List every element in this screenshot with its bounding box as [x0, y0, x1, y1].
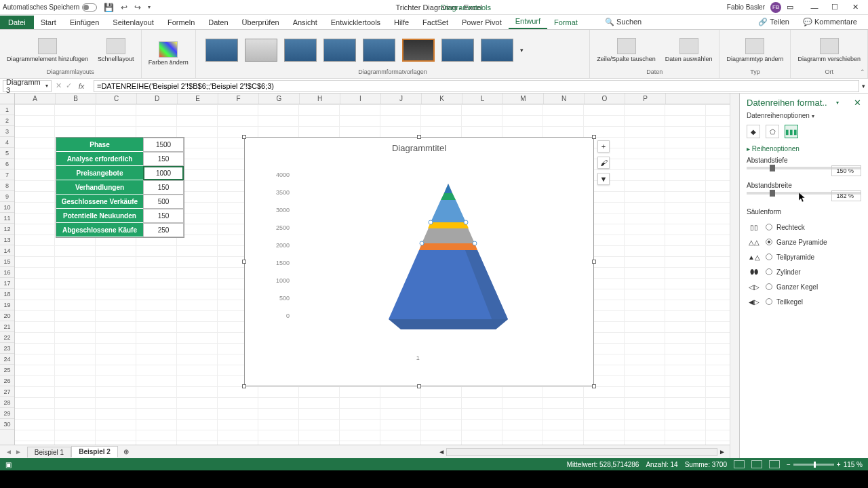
- chart-elements-button[interactable]: +: [597, 140, 610, 152]
- chart-title[interactable]: Diagrammtitel: [245, 138, 593, 159]
- resize-handle[interactable]: [242, 135, 246, 139]
- accept-formula-icon[interactable]: ✓: [66, 81, 72, 90]
- row-header[interactable]: 10: [0, 202, 14, 213]
- horizontal-scrollbar[interactable]: [446, 448, 717, 456]
- close-button[interactable]: ✕: [845, 1, 865, 14]
- zoom-level[interactable]: 115 %: [844, 461, 863, 468]
- zoom-out-icon[interactable]: −: [787, 461, 791, 468]
- radio-icon[interactable]: [766, 224, 772, 230]
- name-box[interactable]: Diagramm 3▾: [3, 80, 52, 92]
- page-break-view-icon[interactable]: [769, 460, 780, 468]
- sheet-nav-next-icon[interactable]: ►: [15, 448, 22, 455]
- resize-handle[interactable]: [592, 384, 596, 388]
- comments-button[interactable]: 💬 Kommentare: [797, 15, 863, 29]
- save-icon[interactable]: 💾: [104, 3, 114, 12]
- change-colors-button[interactable]: Farben ändern: [146, 40, 191, 67]
- table-row[interactable]: Potentielle Neukunden150: [56, 209, 184, 223]
- column-headers[interactable]: A B C D E F G H I J K L M N O P: [0, 94, 730, 104]
- shape-option[interactable]: ◀▷Teilkegel: [747, 296, 861, 308]
- data-table[interactable]: Phase1500Analyse erforderlich150Preisang…: [56, 137, 184, 238]
- col-E[interactable]: E: [178, 94, 218, 104]
- search-button[interactable]: 🔍 Suchen: [598, 15, 648, 29]
- select-all-corner[interactable]: [0, 94, 15, 104]
- resize-handle[interactable]: [417, 384, 421, 388]
- col-F[interactable]: F: [218, 94, 259, 104]
- sheet-tab[interactable]: Beispiel 2: [71, 446, 118, 458]
- collapse-ribbon-icon[interactable]: ⌃: [860, 68, 865, 75]
- record-macro-icon[interactable]: ▣: [5, 461, 12, 468]
- col-B[interactable]: B: [56, 94, 96, 104]
- row-header[interactable]: 5: [0, 148, 14, 159]
- fx-icon[interactable]: fx: [76, 82, 87, 90]
- tab-developer[interactable]: Entwicklertools: [324, 16, 387, 29]
- page-layout-view-icon[interactable]: [751, 460, 762, 468]
- user-avatar[interactable]: FB: [770, 2, 781, 13]
- table-value-cell[interactable]: 150: [143, 180, 184, 195]
- row-header[interactable]: 16: [0, 267, 14, 278]
- gap-depth-input[interactable]: 150 %: [831, 165, 861, 176]
- row-header[interactable]: 29: [0, 408, 14, 419]
- radio-icon[interactable]: [766, 268, 772, 275]
- row-header[interactable]: 25: [0, 365, 14, 375]
- chart-styles-button[interactable]: 🖌: [597, 157, 610, 169]
- tab-view[interactable]: Ansicht: [286, 16, 324, 29]
- shape-option[interactable]: ⬮⬮Zylinder: [747, 266, 861, 278]
- row-header[interactable]: 8: [0, 180, 14, 191]
- chart-style-4[interactable]: [323, 39, 356, 62]
- tab-data[interactable]: Daten: [201, 16, 235, 29]
- col-K[interactable]: K: [422, 94, 462, 104]
- table-row[interactable]: Preisangebote1000: [56, 166, 184, 180]
- table-row[interactable]: Geschlossene Verkäufe500: [56, 195, 184, 209]
- vertical-scrollbar[interactable]: [730, 94, 739, 458]
- table-value-cell[interactable]: 250: [143, 223, 184, 237]
- row-header[interactable]: 9: [0, 191, 14, 202]
- tab-start[interactable]: Start: [34, 16, 63, 29]
- table-label-cell[interactable]: Geschlossene Verkäufe: [56, 195, 143, 209]
- row-header[interactable]: 22: [0, 332, 14, 343]
- new-sheet-button[interactable]: ⊕: [118, 448, 134, 455]
- resize-handle[interactable]: [242, 260, 246, 264]
- row-header[interactable]: 30: [0, 419, 14, 430]
- col-N[interactable]: N: [544, 94, 585, 104]
- col-G[interactable]: G: [259, 94, 300, 104]
- row-header[interactable]: 15: [0, 256, 14, 267]
- row-header[interactable]: 28: [0, 397, 14, 408]
- row-header[interactable]: 6: [0, 159, 14, 169]
- row-header[interactable]: 27: [0, 386, 14, 397]
- radio-icon[interactable]: [766, 298, 772, 305]
- shape-option[interactable]: △△Ganze Pyramide: [747, 236, 861, 248]
- table-label-cell[interactable]: Potentielle Neukunden: [56, 209, 143, 223]
- zoom-slider[interactable]: [793, 464, 834, 466]
- col-J[interactable]: J: [381, 94, 422, 104]
- row-header[interactable]: 26: [0, 375, 14, 386]
- quick-layout-button[interactable]: Schnelllayout: [95, 37, 137, 64]
- gap-width-input[interactable]: 182 %: [831, 190, 861, 201]
- resize-handle[interactable]: [242, 384, 246, 388]
- chart-style-5[interactable]: [363, 39, 395, 62]
- table-label-cell[interactable]: Abgeschlossene Käufe: [56, 223, 143, 237]
- add-chart-element-button[interactable]: Diagrammelement hinzufügen: [4, 37, 91, 64]
- col-O[interactable]: O: [585, 94, 625, 104]
- pane-subtitle[interactable]: Datenreihenoptionen: [747, 112, 810, 119]
- shape-option[interactable]: ◁▷Ganzer Kegel: [747, 281, 861, 293]
- table-value-cell[interactable]: 1500: [143, 138, 184, 152]
- sheet-nav-prev-icon[interactable]: ◄: [5, 448, 12, 455]
- hscroll-left-icon[interactable]: ◄: [438, 448, 445, 455]
- switch-row-col-button[interactable]: Zeile/Spalte tauschen: [594, 37, 658, 64]
- sheet-tab[interactable]: Beispiel 1: [27, 447, 71, 458]
- resize-handle[interactable]: [592, 260, 596, 264]
- move-chart-button[interactable]: Diagramm verschieben: [795, 37, 863, 64]
- series-options-tab-icon[interactable]: ▮▮▮: [785, 125, 798, 138]
- row-header[interactable]: 19: [0, 300, 14, 310]
- fill-line-tab-icon[interactable]: ◆: [747, 125, 760, 138]
- row-header[interactable]: 14: [0, 245, 14, 256]
- table-value-cell[interactable]: 500: [143, 195, 184, 209]
- row-headers[interactable]: 1234567891011121314151617181920212223242…: [0, 104, 15, 445]
- row-header[interactable]: 18: [0, 289, 14, 300]
- chart-style-1[interactable]: [205, 39, 238, 62]
- hscroll-right-icon[interactable]: ►: [719, 448, 726, 455]
- row-header[interactable]: 4: [0, 137, 14, 148]
- row-header[interactable]: 23: [0, 343, 14, 354]
- redo-icon[interactable]: ↪: [134, 3, 141, 12]
- row-header[interactable]: 17: [0, 278, 14, 289]
